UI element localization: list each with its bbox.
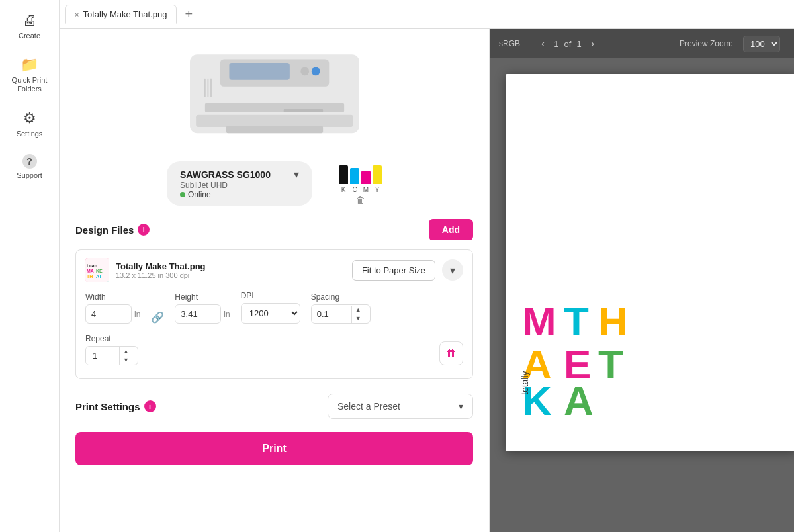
link-dimensions-icon[interactable]: 🔗 (151, 311, 164, 324)
printer-sub: SubliJet UHD (180, 181, 299, 190)
ink-label-c: C (350, 186, 359, 193)
tab-totally-make-that[interactable]: × Totally Make That.png (65, 5, 177, 24)
printer-selector[interactable]: SAWGRASS SG1000 ▾ SubliJet UHD Online (167, 161, 312, 206)
ink-label-k: K (339, 186, 348, 193)
spacing-input[interactable] (312, 305, 351, 323)
ink-indicators: K C M Y 🗑 (339, 163, 382, 205)
add-design-file-button[interactable]: Add (429, 219, 473, 240)
svg-text:H: H (598, 298, 628, 344)
print-button[interactable]: Print (75, 432, 473, 465)
fit-to-paper-button[interactable]: Fit to Paper Size (352, 260, 435, 281)
sidebar-item-support[interactable]: ? Support (3, 148, 56, 187)
file-dims: 13.2 x 11.25 in 300 dpi (116, 271, 345, 279)
main-area: × Totally Make That.png + (60, 0, 794, 532)
width-group: Width in (85, 292, 140, 324)
sidebar-item-create[interactable]: 🖨 Create (3, 5, 56, 47)
expand-file-button[interactable]: ▾ (442, 259, 463, 281)
sidebar-item-create-label: Create (19, 32, 40, 40)
svg-text:M: M (522, 298, 556, 344)
printer-name: SAWGRASS SG1000 (180, 169, 271, 180)
ink-bar-y (373, 165, 382, 184)
file-thumbnail: i can MA KE TH AT (85, 258, 109, 282)
design-file-row: i can MA KE TH AT Totally Make That.png … (75, 249, 473, 379)
svg-text:T: T (598, 341, 623, 387)
page-current: 1 (554, 39, 558, 49)
sidebar-item-settings[interactable]: ⚙ Settings (3, 103, 56, 145)
ink-labels: K C M Y (339, 186, 382, 193)
height-group: Height in (175, 292, 230, 324)
dpi-label: DPI (241, 291, 300, 300)
height-label: Height (175, 292, 230, 302)
tab-close-button[interactable]: × (75, 11, 79, 19)
svg-text:TH: TH (87, 274, 93, 279)
repeat-down-button[interactable]: ▼ (120, 356, 132, 365)
design-files-section: Design Files i Add i can (75, 219, 473, 379)
print-settings-row: Print Settings i Select a Preset ▾ (75, 388, 473, 419)
page-total: 1 (576, 39, 581, 49)
ink-label-y: Y (373, 186, 382, 193)
svg-rect-5 (204, 103, 343, 112)
svg-text:T: T (564, 298, 589, 344)
folders-icon: 📁 (21, 56, 38, 73)
repeat-group: Repeat ▲ ▼ (85, 334, 138, 365)
online-dot (180, 192, 185, 197)
preset-select[interactable]: Select a Preset ▾ (328, 394, 473, 419)
sidebar-item-quick-print-folders[interactable]: 📁 Quick Print Folders (3, 50, 56, 100)
svg-text:AT: AT (96, 274, 103, 279)
svg-point-3 (300, 67, 309, 75)
tab-add-button[interactable]: + (179, 4, 198, 24)
height-input[interactable] (175, 304, 221, 324)
ink-bars (339, 163, 382, 184)
repeat-label: Repeat (85, 334, 138, 343)
file-info: Totally Make That.png 13.2 x 11.25 in 30… (116, 261, 345, 279)
printer-image-area (75, 29, 473, 155)
spacing-input-row: ▲ ▼ (311, 304, 371, 324)
page-of-label: of (564, 39, 572, 49)
width-label: Width (85, 292, 140, 302)
ink-trash-icon[interactable]: 🗑 (356, 195, 365, 205)
spacing-down-button[interactable]: ▼ (352, 314, 365, 323)
delete-file-button[interactable]: 🗑 (439, 341, 463, 365)
width-input[interactable] (85, 304, 132, 324)
repeat-input-row: ▲ ▼ (85, 346, 138, 365)
spacing-group: Spacing ▲ ▼ (311, 292, 371, 324)
repeat-input[interactable] (86, 347, 119, 365)
support-icon: ? (22, 154, 37, 169)
online-label: Online (188, 190, 211, 199)
print-settings-info-icon[interactable]: i (144, 400, 156, 412)
svg-rect-2 (229, 63, 289, 80)
svg-rect-8 (283, 109, 322, 112)
prev-page-button[interactable]: ‹ (537, 36, 549, 51)
spacing-up-button[interactable]: ▲ (352, 306, 365, 314)
next-page-button[interactable]: › (587, 36, 598, 51)
ink-bar-m (361, 171, 371, 184)
gear-icon: ⚙ (23, 110, 36, 127)
left-panel: SAWGRASS SG1000 ▾ SubliJet UHD Online (60, 29, 490, 532)
zoom-select[interactable]: 100 75 125 150 (743, 36, 780, 52)
repeat-up-button[interactable]: ▲ (120, 347, 132, 356)
printer-name-row: SAWGRASS SG1000 ▾ (180, 168, 299, 181)
file-name: Totally Make That.png (116, 261, 345, 271)
create-icon: 🖨 (22, 12, 37, 29)
dpi-select[interactable]: 1200 600 300 (241, 303, 300, 324)
sidebar: 🖨 Create 📁 Quick Print Folders ⚙ Setting… (0, 0, 60, 532)
content-split: SAWGRASS SG1000 ▾ SubliJet UHD Online (60, 29, 794, 532)
sidebar-item-quick-print-label: Quick Print Folders (12, 76, 48, 93)
dimensions-row: Width in 🔗 Height in (85, 291, 463, 324)
svg-point-4 (311, 67, 320, 75)
svg-text:A: A (564, 378, 594, 418)
printer-illustration (169, 42, 380, 148)
svg-rect-7 (226, 126, 322, 133)
svg-text:MA: MA (87, 269, 94, 273)
design-files-info-icon[interactable]: i (138, 224, 150, 236)
ink-bar-c (350, 168, 359, 184)
sidebar-item-settings-label: Settings (17, 130, 43, 138)
tab-bar: × Totally Make That.png + (60, 0, 794, 29)
design-file-top: i can MA KE TH AT Totally Make That.png … (85, 258, 463, 282)
width-unit: in (134, 310, 140, 319)
ink-bar-k (339, 165, 348, 184)
height-unit: in (224, 310, 230, 319)
printer-dropdown-icon: ▾ (294, 168, 299, 181)
height-input-row: in (175, 304, 230, 324)
zoom-label: Preview Zoom: (680, 39, 732, 48)
